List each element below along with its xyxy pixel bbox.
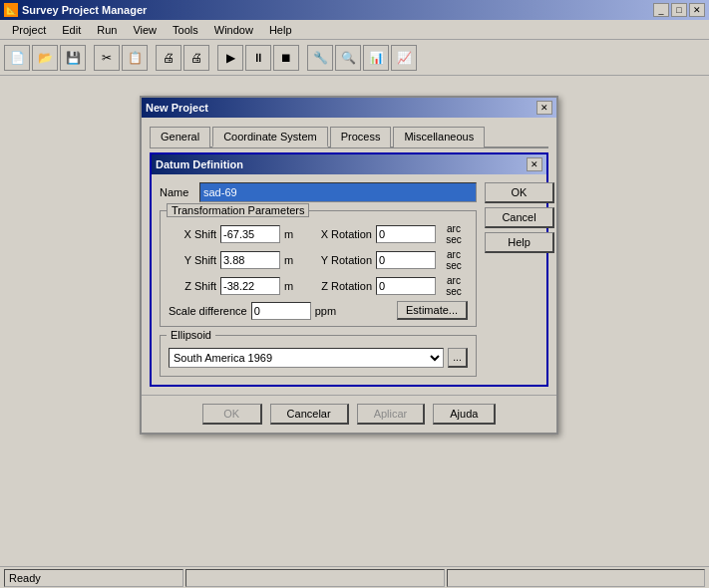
minimize-button[interactable]: _ xyxy=(653,3,669,17)
statusbar-ready-text: Ready xyxy=(9,572,41,584)
datum-close-button[interactable]: ✕ xyxy=(527,157,542,171)
new-project-body: General Coordinate System Process Miscel… xyxy=(142,118,556,395)
ellipsoid-group: Ellipsoid South America 1969 ... xyxy=(160,335,477,377)
x-rotation-label: X Rotation xyxy=(304,228,372,240)
name-row: Name xyxy=(160,182,477,202)
z-shift-input[interactable] xyxy=(220,277,280,295)
y-shift-label: Y Shift xyxy=(169,254,216,266)
dialog-footer: OK Cancelar Aplicar Ajuda xyxy=(142,395,556,433)
toolbar: 📄 📂 💾 ✂ 📋 🖨 🖨 ▶ ⏸ ⏹ 🔧 🔍 📊 📈 xyxy=(0,40,709,76)
ellipsoid-browse-button[interactable]: ... xyxy=(448,348,468,368)
menu-project[interactable]: Project xyxy=(4,22,54,38)
menu-help[interactable]: Help xyxy=(261,22,300,38)
scale-difference-input[interactable] xyxy=(251,302,311,320)
statusbar-ready: Ready xyxy=(4,569,183,587)
footer-cancel-button[interactable]: Cancelar xyxy=(270,404,349,425)
scale-difference-unit: ppm xyxy=(315,305,336,317)
datum-main: Name Transformation Parameters X Shift xyxy=(160,182,477,377)
datum-body: Name Transformation Parameters X Shift xyxy=(152,174,546,385)
ellipsoid-select[interactable]: South America 1969 xyxy=(169,348,444,368)
app-titlebar: 📐 Survey Project Manager _ □ ✕ xyxy=(0,0,709,20)
datum-title: Datum Definition xyxy=(156,158,243,170)
menubar: Project Edit Run View Tools Window Help xyxy=(0,20,709,40)
maximize-button[interactable]: □ xyxy=(671,3,687,17)
menu-run[interactable]: Run xyxy=(89,22,125,38)
menu-edit[interactable]: Edit xyxy=(54,22,89,38)
app-titlebar-controls: _ □ ✕ xyxy=(653,3,705,17)
new-project-close-control: ✕ xyxy=(536,101,552,115)
toolbar-btn1[interactable]: 🖨 xyxy=(156,45,181,71)
datum-dialog: Datum Definition ✕ Name xyxy=(150,152,548,387)
z-param-row: Z Shift m Z Rotation arcsec xyxy=(169,275,468,297)
toolbar-btn8[interactable]: 📊 xyxy=(363,45,389,71)
datum-help-button[interactable]: Help xyxy=(485,232,554,253)
app-title: Survey Project Manager xyxy=(22,4,147,16)
toolbar-btn9[interactable]: 📈 xyxy=(391,45,417,71)
datum-titlebar: Datum Definition ✕ xyxy=(152,154,546,174)
footer-help-button[interactable]: Ajuda xyxy=(433,404,496,425)
y-shift-unit: m xyxy=(284,254,300,266)
datum-action-buttons: OK Cancel Help xyxy=(485,182,554,377)
ellipsoid-legend: Ellipsoid xyxy=(167,329,215,341)
workspace: New Project ✕ General Coordinate System … xyxy=(0,76,709,566)
new-project-close-button[interactable]: ✕ xyxy=(536,101,552,115)
transformation-params-legend: Transformation Parameters xyxy=(167,203,309,217)
statusbar-panel-2 xyxy=(185,569,445,587)
footer-ok-button[interactable]: OK xyxy=(202,404,262,425)
y-rotation-label: Y Rotation xyxy=(304,254,372,266)
y-rotation-input[interactable] xyxy=(376,251,436,269)
datum-ok-button[interactable]: OK xyxy=(485,182,554,203)
menu-view[interactable]: View xyxy=(125,22,165,38)
toolbar-btn6[interactable]: 🔧 xyxy=(307,45,333,71)
toolbar-btn5[interactable]: ⏹ xyxy=(273,45,299,71)
z-rotation-input[interactable] xyxy=(376,277,436,295)
scale-difference-label: Scale difference xyxy=(169,305,247,317)
footer-apply-button[interactable]: Aplicar xyxy=(357,404,426,425)
toolbar-btn7[interactable]: 🔍 xyxy=(335,45,361,71)
tab-bar: General Coordinate System Process Miscel… xyxy=(150,126,548,148)
tab-process[interactable]: Process xyxy=(330,127,392,147)
y-rotation-unit: arcsec xyxy=(440,249,468,271)
datum-cancel-button[interactable]: Cancel xyxy=(485,207,554,228)
new-project-titlebar: New Project ✕ xyxy=(142,98,556,118)
transformation-params-group: Transformation Parameters X Shift m X Ro… xyxy=(160,210,477,327)
z-rotation-unit: arcsec xyxy=(440,275,468,297)
datum-close-control: ✕ xyxy=(527,157,542,171)
toolbar-cut[interactable]: ✂ xyxy=(94,45,120,71)
ellipsoid-row: South America 1969 ... xyxy=(169,348,468,368)
scale-row: Scale difference ppm Estimate... xyxy=(169,301,468,320)
name-input[interactable] xyxy=(199,182,477,202)
x-shift-label: X Shift xyxy=(169,228,216,240)
transformation-params-content: X Shift m X Rotation arcsec Y Shift xyxy=(169,223,468,320)
z-shift-label: Z Shift xyxy=(169,280,216,292)
toolbar-save[interactable]: 💾 xyxy=(60,45,86,71)
y-param-row: Y Shift m Y Rotation arcsec xyxy=(169,249,468,271)
name-label: Name xyxy=(160,186,199,198)
x-shift-input[interactable] xyxy=(220,225,280,243)
tab-miscellaneous[interactable]: Miscellaneous xyxy=(393,127,485,147)
z-rotation-label: Z Rotation xyxy=(304,280,372,292)
x-param-row: X Shift m X Rotation arcsec xyxy=(169,223,468,245)
toolbar-btn2[interactable]: 🖨 xyxy=(183,45,209,71)
tab-general[interactable]: General xyxy=(150,127,210,147)
y-shift-input[interactable] xyxy=(220,251,280,269)
toolbar-btn3[interactable]: ▶ xyxy=(217,45,243,71)
menu-tools[interactable]: Tools xyxy=(165,22,206,38)
x-rotation-unit: arcsec xyxy=(440,223,468,245)
x-rotation-input[interactable] xyxy=(376,225,436,243)
tab-coordinate-system[interactable]: Coordinate System xyxy=(212,127,328,147)
new-project-dialog: New Project ✕ General Coordinate System … xyxy=(140,96,558,435)
app-icon: 📐 xyxy=(4,3,18,17)
toolbar-new[interactable]: 📄 xyxy=(4,45,30,71)
toolbar-copy[interactable]: 📋 xyxy=(122,45,148,71)
toolbar-btn4[interactable]: ⏸ xyxy=(245,45,271,71)
menu-window[interactable]: Window xyxy=(206,22,261,38)
toolbar-open[interactable]: 📂 xyxy=(32,45,58,71)
new-project-title: New Project xyxy=(146,102,208,114)
x-shift-unit: m xyxy=(284,228,300,240)
close-button[interactable]: ✕ xyxy=(689,3,705,17)
statusbar: Ready xyxy=(0,566,709,588)
z-shift-unit: m xyxy=(284,280,300,292)
estimate-button[interactable]: Estimate... xyxy=(397,301,468,320)
statusbar-panel-3 xyxy=(447,569,706,587)
